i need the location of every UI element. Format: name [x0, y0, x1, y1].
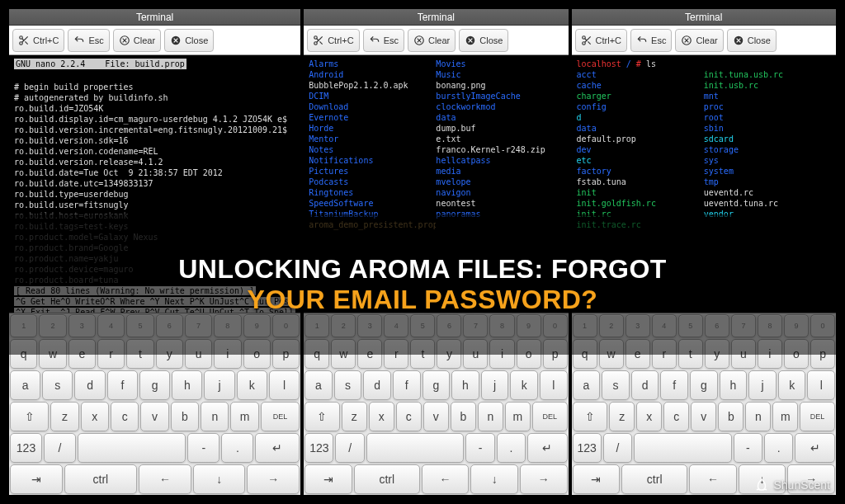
key-delete[interactable]: DEL — [261, 402, 300, 431]
key-/[interactable]: / — [335, 433, 364, 463]
terminal-nano[interactable]: GNU nano 2.2.4 File: build.prop # begin … — [9, 55, 300, 313]
key-s[interactable]: s — [42, 370, 73, 400]
key-b[interactable]: b — [171, 402, 199, 431]
key-num-1[interactable]: 1 — [10, 314, 37, 337]
key-num-4[interactable]: 4 — [97, 314, 125, 337]
key-num-3[interactable]: 3 — [68, 314, 96, 337]
key--[interactable]: - — [465, 433, 494, 463]
key-enter[interactable]: ↵ — [255, 433, 300, 463]
key-m[interactable]: m — [772, 402, 798, 431]
key-y[interactable]: y — [437, 339, 461, 369]
key-num-4[interactable]: 4 — [384, 314, 408, 337]
terminal-ls-sdcard[interactable]: AlarmsMoviesAndroidMusicBubblePop2.1.2.0… — [304, 55, 568, 313]
key-u[interactable]: u — [731, 339, 756, 369]
key-num-0[interactable]: 0 — [272, 314, 300, 337]
key-num-7[interactable]: 7 — [463, 314, 488, 337]
key-m[interactable]: m — [230, 402, 258, 431]
key-num-9[interactable]: 9 — [517, 314, 541, 337]
key-v[interactable]: v — [691, 402, 716, 431]
key--[interactable]: - — [734, 433, 762, 463]
key-b[interactable]: b — [451, 402, 476, 431]
key-g[interactable]: g — [690, 370, 718, 400]
key-num-7[interactable]: 7 — [185, 314, 212, 337]
key-tab[interactable]: ⇥ — [304, 464, 352, 494]
key-num-4[interactable]: 4 — [652, 314, 677, 337]
key-s[interactable]: s — [602, 370, 630, 400]
key-n[interactable]: n — [478, 402, 503, 431]
key-k[interactable]: k — [778, 370, 806, 400]
esc-button[interactable]: Esc — [630, 29, 672, 52]
key-x[interactable]: x — [369, 402, 394, 431]
key-m[interactable]: m — [505, 402, 531, 431]
key-q[interactable]: q — [304, 339, 329, 369]
key-n[interactable]: n — [745, 402, 771, 431]
key-num-0[interactable]: 0 — [810, 314, 835, 337]
key-o[interactable]: o — [784, 339, 809, 369]
cut-button[interactable]: Ctrl+C — [12, 29, 64, 52]
key-num-5[interactable]: 5 — [410, 314, 435, 337]
key-num-8[interactable]: 8 — [489, 314, 514, 337]
key-t[interactable]: t — [126, 339, 153, 369]
key-d[interactable]: d — [74, 370, 105, 400]
key-w[interactable]: w — [599, 339, 624, 369]
key-a[interactable]: a — [10, 370, 40, 400]
terminal-ls-root[interactable]: localhost / # ls acctinit.tuna.usb.rccac… — [572, 55, 836, 313]
cut-button[interactable]: Ctrl+C — [575, 29, 627, 52]
key-num-7[interactable]: 7 — [731, 314, 756, 337]
key-a[interactable]: a — [304, 370, 333, 400]
key-e[interactable]: e — [357, 339, 382, 369]
key-c[interactable]: c — [396, 402, 422, 431]
key-l[interactable]: l — [807, 370, 835, 400]
key-s[interactable]: s — [334, 370, 362, 400]
key-←[interactable]: ← — [139, 464, 191, 494]
key-i[interactable]: i — [489, 339, 514, 369]
key-a[interactable]: a — [573, 370, 601, 400]
key-.[interactable]: . — [764, 433, 793, 463]
key-←[interactable]: ← — [422, 464, 470, 494]
close-button[interactable]: Close — [164, 29, 214, 52]
key-/[interactable]: / — [603, 433, 632, 463]
key-f[interactable]: f — [660, 370, 688, 400]
key-l[interactable]: l — [269, 370, 300, 400]
key-delete[interactable]: DEL — [800, 402, 835, 431]
key-123[interactable]: 123 — [304, 433, 333, 463]
key-p[interactable]: p — [543, 339, 568, 369]
key-space[interactable] — [366, 433, 465, 463]
key-h[interactable]: h — [451, 370, 479, 400]
key-q[interactable]: q — [10, 339, 37, 369]
key-delete[interactable]: DEL — [532, 402, 568, 431]
key-shift[interactable]: ⇧ — [304, 402, 340, 431]
key-f[interactable]: f — [393, 370, 421, 400]
clear-button[interactable]: Clear — [113, 29, 161, 52]
close-button[interactable]: Close — [727, 29, 777, 52]
key-k[interactable]: k — [237, 370, 267, 400]
key-d[interactable]: d — [363, 370, 391, 400]
key-num-9[interactable]: 9 — [243, 314, 271, 337]
key-num-1[interactable]: 1 — [304, 314, 329, 337]
key-num-6[interactable]: 6 — [437, 314, 461, 337]
key-123[interactable]: 123 — [573, 433, 602, 463]
key-num-0[interactable]: 0 — [543, 314, 568, 337]
key-.[interactable]: . — [221, 433, 253, 463]
key-t[interactable]: t — [678, 339, 703, 369]
key-→[interactable]: → — [520, 464, 568, 494]
key-/[interactable]: / — [44, 433, 76, 463]
esc-button[interactable]: Esc — [363, 29, 404, 52]
key-j[interactable]: j — [204, 370, 234, 400]
key-o[interactable]: o — [517, 339, 541, 369]
key-i[interactable]: i — [214, 339, 241, 369]
key-e[interactable]: e — [625, 339, 650, 369]
key-num-3[interactable]: 3 — [625, 314, 650, 337]
key-c[interactable]: c — [663, 402, 689, 431]
key-n[interactable]: n — [201, 402, 229, 431]
key-v[interactable]: v — [140, 402, 168, 431]
key-ctrl[interactable]: ctrl — [621, 464, 687, 494]
key-q[interactable]: q — [573, 339, 597, 369]
key-y[interactable]: y — [156, 339, 183, 369]
key-space[interactable] — [634, 433, 732, 463]
clear-button[interactable]: Clear — [675, 29, 723, 52]
key-w[interactable]: w — [331, 339, 356, 369]
key-↓[interactable]: ↓ — [470, 464, 518, 494]
key-→[interactable]: → — [247, 464, 300, 494]
key-v[interactable]: v — [423, 402, 449, 431]
